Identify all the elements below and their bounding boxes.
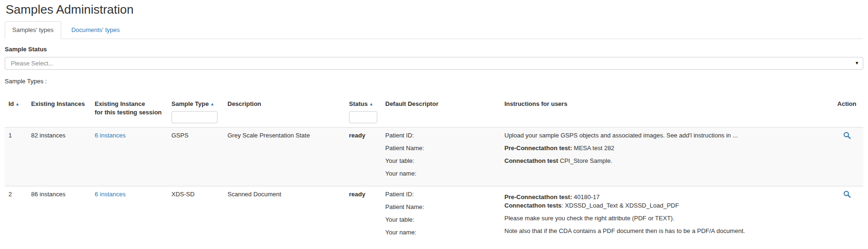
sort-asc-icon: ▲	[369, 102, 373, 106]
cell-sample-type: GSPS	[168, 127, 224, 186]
col-header-description: Description	[224, 96, 345, 128]
tab-bar: Samples' types Documents' types	[5, 21, 863, 39]
samples-administration-page: Samples Administration Samples' types Do…	[0, 3, 868, 245]
cell-default-descriptor: Patient ID: Patient Name: Your table: Yo…	[381, 127, 501, 186]
sample-type-filter-input[interactable]	[171, 111, 218, 123]
sample-types-table: Id▲ Existing Instances Existing Instance…	[5, 96, 863, 245]
col-header-status[interactable]: Status▲	[345, 96, 381, 128]
sort-asc-icon: ▲	[210, 102, 214, 106]
sample-status-label: Sample Status	[5, 45, 863, 54]
col-header-id[interactable]: Id▲	[5, 96, 27, 128]
col-header-existing-instances: Existing Instances	[27, 96, 91, 128]
col-header-existing-instance-session: Existing Instance for this testing sessi…	[91, 96, 168, 128]
cell-description: Grey Scale Presentation State	[224, 127, 345, 186]
session-instances-link[interactable]: 6 instances	[95, 191, 126, 198]
tab-documents-types[interactable]: Documents' types	[64, 21, 127, 39]
descriptor-line: Patient ID:	[385, 190, 497, 199]
search-icon	[843, 193, 851, 200]
descriptor-line: Your name:	[385, 228, 497, 237]
descriptor-line: Patient Name:	[385, 144, 497, 153]
descriptor-line: Your name:	[385, 169, 497, 178]
sample-status-select-wrap: Please Select... ▼	[5, 57, 863, 70]
sample-status-select[interactable]: Please Select...	[5, 57, 863, 70]
cell-sample-type: XDS-SD	[168, 186, 224, 245]
page-title: Samples Administration	[6, 3, 863, 16]
descriptor-line: Your table:	[385, 216, 497, 224]
instruction-paragraph: Connectathon tests: XDSSD_Load_Text & XD…	[504, 201, 827, 210]
cell-default-descriptor: Patient ID: Patient Name: Your table: Yo…	[381, 186, 501, 245]
status-filter-input[interactable]	[349, 111, 377, 123]
col-header-sample-type[interactable]: Sample Type▲	[168, 96, 224, 128]
cell-instructions: Pre-Connectathon test: 40180-17 Connecta…	[501, 186, 830, 245]
instruction-paragraph: Pre-Connectathon test: 40180-17	[504, 193, 827, 201]
descriptor-line: Patient Name:	[385, 203, 497, 211]
instruction-paragraph: Upload your sample GSPS objects and asso…	[504, 131, 827, 140]
cell-session-instances: 6 instances	[91, 186, 168, 245]
cell-id: 1	[5, 127, 27, 186]
cell-existing-instances: 86 instances	[27, 186, 91, 245]
table-row: 2 86 instances 6 instances XDS-SD Scanne…	[5, 186, 863, 245]
cell-action	[830, 127, 863, 186]
session-instances-link[interactable]: 6 instances	[95, 132, 126, 139]
cell-description: Scanned Document	[224, 186, 345, 245]
tab-samples-types[interactable]: Samples' types	[5, 21, 61, 39]
instruction-paragraph: Connectathon test CPI_Store Sample.	[504, 157, 827, 165]
instruction-paragraph: Please make sure you check the right att…	[504, 214, 827, 223]
cell-instructions: Upload your sample GSPS objects and asso…	[501, 127, 830, 186]
sort-asc-icon: ▲	[16, 102, 20, 106]
cell-session-instances: 6 instances	[91, 127, 168, 186]
col-header-instructions: Instructions for users	[501, 96, 830, 128]
status-badge: ready	[345, 127, 381, 186]
cell-id: 2	[5, 186, 27, 245]
cell-existing-instances: 82 instances	[27, 127, 91, 186]
cell-action	[830, 186, 863, 245]
descriptor-line: Your table:	[385, 157, 497, 165]
search-icon	[843, 134, 851, 141]
instruction-paragraph: Note also that if the CDA contains a PDF…	[504, 227, 827, 235]
col-header-action: Action	[830, 96, 863, 128]
status-badge: ready	[345, 186, 381, 245]
table-header-row: Id▲ Existing Instances Existing Instance…	[5, 96, 863, 128]
view-sample-button[interactable]	[843, 131, 851, 140]
tab-documents-types-link[interactable]: Documents' types	[64, 21, 127, 39]
table-row: 1 82 instances 6 instances GSPS Grey Sca…	[5, 127, 863, 186]
sample-types-caption: Sample Types :	[5, 77, 863, 86]
descriptor-line: Patient ID:	[385, 131, 497, 140]
instruction-paragraph: Pre-Connectathon test: MESA test 282	[504, 144, 827, 153]
view-sample-button[interactable]	[843, 190, 851, 199]
tab-samples-types-link[interactable]: Samples' types	[5, 21, 61, 39]
col-header-default-descriptor: Default Descriptor	[381, 96, 501, 128]
